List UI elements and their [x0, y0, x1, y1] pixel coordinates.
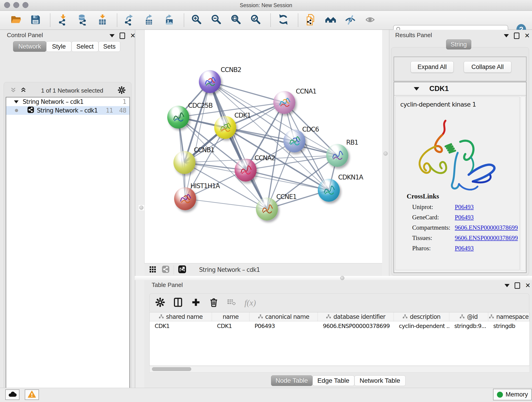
- tab-style[interactable]: Style: [46, 41, 71, 52]
- horizontal-splitter-handle[interactable]: [340, 276, 344, 280]
- new-network-from-selection-button[interactable]: [304, 13, 317, 27]
- panel-float-icon[interactable]: [120, 32, 125, 39]
- right-splitter-handle[interactable]: [384, 152, 388, 156]
- table-cell[interactable]: CDK1: [150, 321, 212, 331]
- column-header-database-identifier[interactable]: database identifier: [318, 313, 394, 321]
- table-hscroll-thumb[interactable]: [152, 367, 191, 371]
- network-node-RB1[interactable]: [326, 144, 348, 167]
- panel-close-icon[interactable]: ✕: [130, 33, 135, 38]
- column-header-canonical-name[interactable]: canonical name: [249, 313, 318, 321]
- table-cell[interactable]: stringdb: [488, 321, 530, 331]
- table-menu-icon[interactable]: [505, 284, 510, 287]
- gene-expander-icon[interactable]: [414, 87, 419, 90]
- tab-edge-table[interactable]: Edge Table: [312, 375, 355, 386]
- network-node-HIST1H1A[interactable]: [174, 187, 196, 210]
- crosslink-link[interactable]: P06493: [455, 214, 474, 221]
- network-node-CCNA1[interactable]: [273, 91, 295, 114]
- results-scrollbar[interactable]: [520, 96, 526, 271]
- collection-expander-icon[interactable]: [14, 100, 19, 103]
- houses-icon: [325, 14, 336, 26]
- column-header-namespace[interactable]: namespace: [488, 313, 530, 321]
- expand-all-button[interactable]: Expand All: [411, 61, 454, 73]
- tab-string[interactable]: String: [446, 39, 471, 50]
- warnings-button[interactable]: [25, 389, 39, 400]
- left-splitter[interactable]: [135, 30, 145, 388]
- table-hscrollbar[interactable]: [149, 366, 530, 372]
- network-node-CCNB2[interactable]: [199, 70, 221, 93]
- table-cell[interactable]: CDK1: [212, 321, 249, 331]
- network-node-CDKN1A[interactable]: [318, 179, 340, 202]
- crosslink-link[interactable]: 9606.ENSP00000378699: [455, 224, 518, 231]
- network-type-icon: [27, 106, 34, 115]
- first-neighbors-button[interactable]: [324, 13, 337, 27]
- export-network-button[interactable]: [123, 13, 137, 27]
- collapse-all-icon[interactable]: [10, 87, 17, 95]
- open-session-button[interactable]: [9, 13, 22, 27]
- column-header-shared-name[interactable]: shared name: [150, 313, 212, 321]
- results-close-icon[interactable]: ✕: [525, 33, 530, 38]
- table-close-icon[interactable]: ✕: [525, 283, 530, 288]
- grid-view-icon[interactable]: [149, 266, 156, 274]
- network-canvas[interactable]: CCNB2CCNA1CDC25BCDK1CDC6RB1CCNB1CCNA2CDK…: [144, 30, 382, 263]
- table-cell[interactable]: 9606.ENSP00000378699: [318, 321, 394, 331]
- import-network-database-button[interactable]: [76, 13, 89, 27]
- network-node-CCNB1[interactable]: [173, 151, 196, 174]
- add-column-button[interactable]: [191, 297, 201, 308]
- delete-table-button[interactable]: [227, 297, 237, 308]
- network-node-CDK1[interactable]: [214, 116, 236, 139]
- table-cell[interactable]: P06493: [249, 321, 318, 331]
- left-splitter-handle[interactable]: [138, 204, 145, 211]
- network-row-selected[interactable]: String Network – cdk1 11 48: [6, 106, 129, 115]
- tab-network[interactable]: Network: [13, 41, 46, 52]
- import-table-button[interactable]: [96, 13, 109, 27]
- zoom-in-button[interactable]: [190, 13, 203, 27]
- column-header-description[interactable]: description: [394, 313, 449, 321]
- show-all-button[interactable]: [363, 13, 377, 27]
- crosslink-link[interactable]: P06493: [455, 245, 474, 252]
- tab-select[interactable]: Select: [71, 41, 99, 52]
- zoom-out-button[interactable]: [210, 13, 223, 27]
- save-session-button[interactable]: [29, 13, 42, 27]
- delete-column-button[interactable]: [209, 297, 219, 308]
- table-cell[interactable]: cyclin-dependent ...: [394, 321, 449, 331]
- export-table-button[interactable]: [143, 13, 156, 27]
- table-float-icon[interactable]: [515, 282, 520, 289]
- cloud-button[interactable]: [5, 389, 19, 400]
- detach-view-icon[interactable]: [178, 265, 186, 274]
- table-settings-button[interactable]: [155, 297, 165, 308]
- split-table-button[interactable]: [173, 297, 183, 308]
- network-collection-row[interactable]: String Network – cdk1 1: [6, 97, 129, 106]
- network-node-CCNE1[interactable]: [256, 198, 278, 220]
- hide-selected-button[interactable]: [344, 13, 357, 27]
- node-label-CDK1: CDK1: [234, 112, 251, 119]
- crosslink-link[interactable]: 9606.ENSP00000378699: [455, 235, 518, 242]
- table-row[interactable]: CDK1CDK1P064939606.ENSP00000378699cyclin…: [150, 321, 530, 331]
- import-network-file-button[interactable]: [56, 13, 70, 27]
- crosslink-link[interactable]: P06493: [455, 204, 474, 211]
- zoom-selected-button[interactable]: [249, 13, 263, 27]
- results-float-icon[interactable]: [514, 32, 519, 39]
- panel-menu-icon[interactable]: [109, 34, 114, 37]
- tab-sets[interactable]: Sets: [99, 41, 120, 52]
- network-options-gear-icon[interactable]: [118, 86, 126, 95]
- collapse-all-button[interactable]: Collapse All: [464, 61, 511, 73]
- results-menu-icon[interactable]: [504, 34, 509, 37]
- export-image-button[interactable]: [163, 13, 176, 27]
- column-header-name[interactable]: name: [212, 313, 249, 321]
- apply-preferred-layout-button[interactable]: [277, 13, 290, 27]
- right-splitter[interactable]: [382, 30, 389, 276]
- protein-motif-icon: [214, 116, 236, 139]
- share-view-icon[interactable]: [162, 265, 170, 274]
- network-node-CCNA2[interactable]: [234, 159, 257, 182]
- function-builder-button[interactable]: f(x): [244, 298, 256, 307]
- memory-button[interactable]: Memory: [493, 389, 532, 400]
- expand-all-icon[interactable]: [20, 87, 27, 95]
- horizontal-splitter[interactable]: [135, 276, 532, 280]
- zoom-fit-button[interactable]: [230, 13, 243, 27]
- column-header--id[interactable]: @id: [449, 313, 488, 321]
- tab-network-table[interactable]: Network Table: [355, 375, 405, 386]
- gene-section-header[interactable]: CDK1: [394, 82, 526, 96]
- table-cell[interactable]: stringdb:9...: [449, 321, 488, 331]
- tab-node-table[interactable]: Node Table: [271, 375, 312, 386]
- network-node-CDC25B[interactable]: [167, 106, 189, 128]
